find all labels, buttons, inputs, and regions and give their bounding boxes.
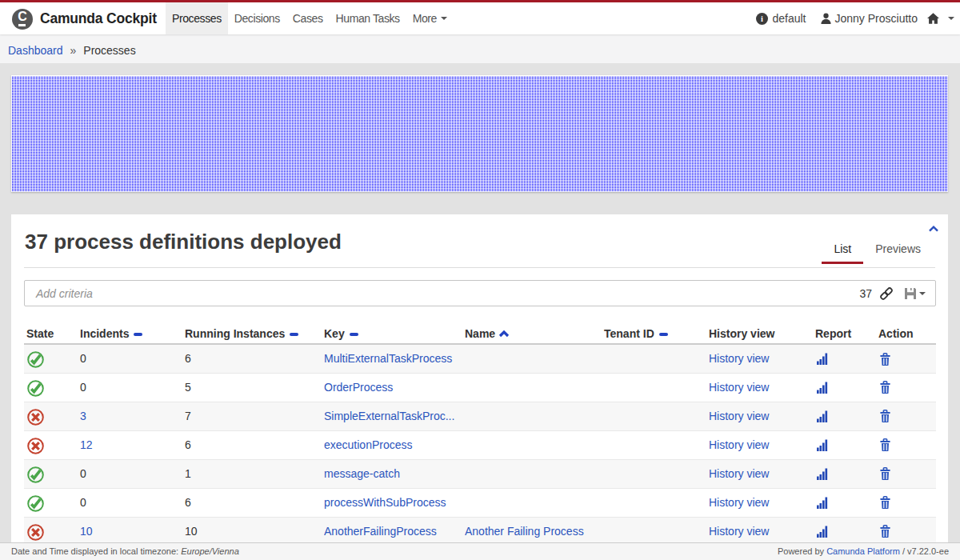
svg-text:i: i (762, 14, 764, 23)
